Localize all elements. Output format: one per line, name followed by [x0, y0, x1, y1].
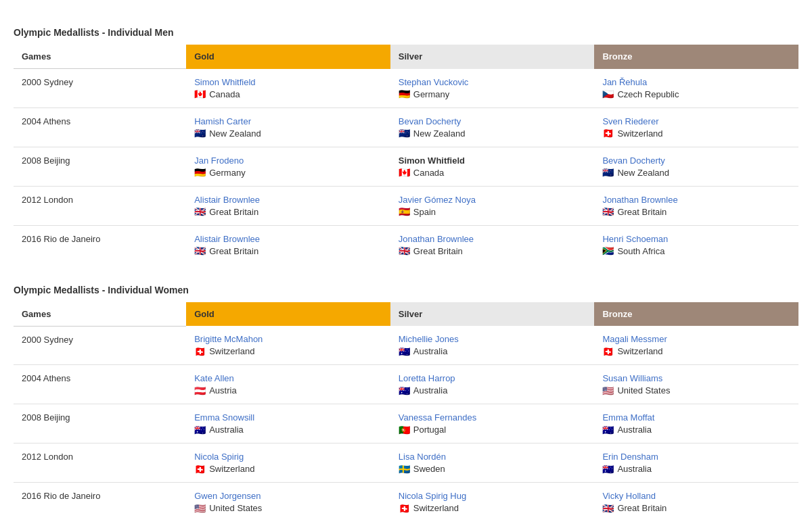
games-cell: 2004 Athens — [14, 107, 186, 147]
silver-cell: Stephan Vuckovic🇩🇪Germany — [390, 69, 595, 108]
women-title: Olympic Medallists - Individual Women — [14, 285, 798, 295]
bronze-flag: 🇺🇸 — [602, 386, 614, 395]
games-cell: 2008 Beijing — [14, 404, 186, 443]
bronze-athlete-name[interactable]: Magali Messmer — [602, 334, 790, 344]
gold-athlete-name[interactable]: Emma Snowsill — [194, 412, 382, 423]
silver-country-row: 🇪🇸Spain — [399, 207, 587, 217]
gold-country-row: 🇦🇺Australia — [194, 425, 382, 435]
bronze-country: Great Britain — [617, 503, 667, 513]
gold-athlete-name[interactable]: Alistair Brownlee — [194, 195, 382, 205]
silver-country: New Zealand — [413, 128, 466, 139]
bronze-cell: Erin Densham🇦🇺Australia — [594, 443, 798, 483]
table-row: 2004 AthensHamish Carter🇳🇿New ZealandBev… — [14, 107, 798, 147]
silver-cell: Bevan Docherty🇳🇿New Zealand — [390, 107, 595, 147]
bronze-athlete-name[interactable]: Bevan Docherty — [602, 155, 790, 166]
silver-athlete-name[interactable]: Stephan Vuckovic — [399, 77, 587, 87]
bronze-country: New Zealand — [617, 168, 669, 178]
gold-cell: Emma Snowsill🇦🇺Australia — [186, 404, 390, 443]
gold-flag: 🇦🇺 — [194, 425, 206, 435]
bronze-cell: Jan Řehula🇨🇿Czech Republic — [594, 69, 798, 108]
silver-athlete-name[interactable]: Jonathan Brownlee — [399, 234, 587, 244]
bronze-country-row: 🇺🇸United States — [602, 385, 790, 395]
games-cell: 2012 London — [14, 186, 186, 225]
silver-flag: 🇨🇦 — [399, 168, 410, 177]
gold-cell: Nicola Spirig🇨🇭Switzerland — [186, 443, 390, 483]
gold-country: Canada — [209, 89, 240, 99]
silver-cell: Vanessa Fernandes🇵🇹Portugal — [390, 404, 595, 443]
bronze-country-row: 🇨🇭Switzerland — [602, 128, 790, 139]
silver-country: Canada — [413, 168, 445, 178]
bronze-cell: Magali Messmer🇨🇭Switzerland — [594, 326, 798, 365]
bronze-athlete-name[interactable]: Henri Schoeman — [602, 234, 790, 244]
silver-flag: 🇦🇺 — [399, 386, 410, 395]
gold-flag: 🇬🇧 — [194, 207, 206, 216]
silver-country: Portugal — [413, 425, 446, 435]
gold-country-row: 🇩🇪Germany — [194, 168, 382, 178]
gold-flag: 🇨🇦 — [194, 89, 206, 99]
table-row: 2016 Rio de JaneiroAlistair Brownlee🇬🇧Gr… — [14, 225, 798, 264]
bronze-country: South Africa — [617, 246, 664, 256]
silver-cell: Michellie Jones🇦🇺Australia — [390, 326, 595, 365]
bronze-country-row: 🇳🇿New Zealand — [602, 168, 790, 178]
gold-athlete-name[interactable]: Hamish Carter — [194, 116, 382, 126]
gold-athlete-name[interactable]: Nicola Spirig — [194, 452, 382, 462]
silver-country-row: 🇦🇺Australia — [399, 385, 587, 395]
silver-country-row: 🇦🇺Australia — [399, 346, 587, 356]
gold-country: Switzerland — [209, 464, 254, 474]
bronze-athlete-name[interactable]: Jonathan Brownlee — [602, 195, 790, 205]
gold-country: Australia — [209, 425, 244, 435]
bronze-athlete-name[interactable]: Emma Moffat — [602, 412, 790, 423]
bronze-country-row: 🇦🇺Australia — [602, 464, 790, 474]
bronze-athlete-name[interactable]: Susan Williams — [602, 373, 790, 383]
silver-athlete-name[interactable]: Lisa Nordén — [399, 452, 587, 462]
silver-athlete-name[interactable]: Michellie Jones — [399, 334, 587, 344]
gold-athlete-name[interactable]: Kate Allen — [194, 373, 382, 383]
gold-athlete-name[interactable]: Gwen Jorgensen — [194, 491, 382, 501]
women-section: Olympic Medallists - Individual Women Ga… — [14, 285, 798, 522]
silver-athlete-name[interactable]: Bevan Docherty — [399, 116, 587, 126]
men-title: Olympic Medallists - Individual Men — [14, 27, 798, 38]
gold-athlete-name[interactable]: Simon Whitfield — [194, 77, 382, 87]
silver-flag: 🇸🇪 — [399, 464, 410, 474]
bronze-athlete-name[interactable]: Jan Řehula — [602, 77, 790, 87]
gold-athlete-name[interactable]: Alistair Brownlee — [194, 234, 382, 244]
silver-athlete-name[interactable]: Nicola Spirig Hug — [399, 491, 587, 501]
gold-country: Germany — [209, 168, 245, 178]
bronze-athlete-name[interactable]: Erin Densham — [602, 452, 790, 462]
gold-athlete-name[interactable]: Jan Frodeno — [194, 155, 382, 166]
gold-athlete-name[interactable]: Brigitte McMahon — [194, 334, 382, 344]
gold-country-row: 🇳🇿New Zealand — [194, 128, 382, 139]
gold-cell: Brigitte McMahon🇨🇭Switzerland — [186, 326, 390, 365]
games-cell: 2004 Athens — [14, 365, 186, 404]
silver-country-row: 🇳🇿New Zealand — [399, 128, 587, 139]
silver-country: Sweden — [413, 464, 445, 474]
bronze-country: Australia — [617, 425, 652, 435]
bronze-flag: 🇳🇿 — [602, 168, 614, 177]
bronze-cell: Bevan Docherty🇳🇿New Zealand — [594, 147, 798, 186]
table-row: 2004 AthensKate Allen🇦🇹AustriaLoretta Ha… — [14, 365, 798, 404]
bronze-country: Switzerland — [617, 128, 662, 139]
gold-cell: Kate Allen🇦🇹Austria — [186, 365, 390, 404]
men-silver-header: Silver — [390, 45, 595, 69]
gold-country-row: 🇬🇧Great Britain — [194, 207, 382, 217]
silver-country-row: 🇸🇪Sweden — [399, 464, 587, 474]
silver-country: Switzerland — [413, 503, 459, 513]
bronze-athlete-name[interactable]: Sven Riederer — [602, 116, 790, 126]
silver-flag: 🇩🇪 — [399, 89, 410, 99]
silver-athlete-name[interactable]: Loretta Harrop — [399, 373, 587, 383]
silver-country: Spain — [413, 207, 436, 217]
silver-country-row: 🇬🇧Great Britain — [399, 246, 587, 256]
silver-athlete-name[interactable]: Javier Gómez Noya — [399, 195, 587, 205]
silver-athlete-name[interactable]: Simon Whitfield — [399, 155, 587, 166]
bronze-athlete-name[interactable]: Vicky Holland — [602, 491, 790, 501]
table-row: 2016 Rio de JaneiroGwen Jorgensen🇺🇸Unite… — [14, 483, 798, 522]
games-cell: 2000 Sydney — [14, 326, 186, 365]
gold-country: Great Britain — [209, 246, 258, 256]
men-table: Games Gold Silver Bronze 2000 SydneySimo… — [14, 45, 798, 264]
bronze-country: Great Britain — [617, 207, 667, 217]
bronze-cell: Jonathan Brownlee🇬🇧Great Britain — [594, 186, 798, 225]
table-row: 2012 LondonNicola Spirig🇨🇭SwitzerlandLis… — [14, 443, 798, 483]
games-cell: 2000 Sydney — [14, 69, 186, 108]
silver-athlete-name[interactable]: Vanessa Fernandes — [399, 412, 587, 423]
gold-country-row: 🇬🇧Great Britain — [194, 246, 382, 256]
